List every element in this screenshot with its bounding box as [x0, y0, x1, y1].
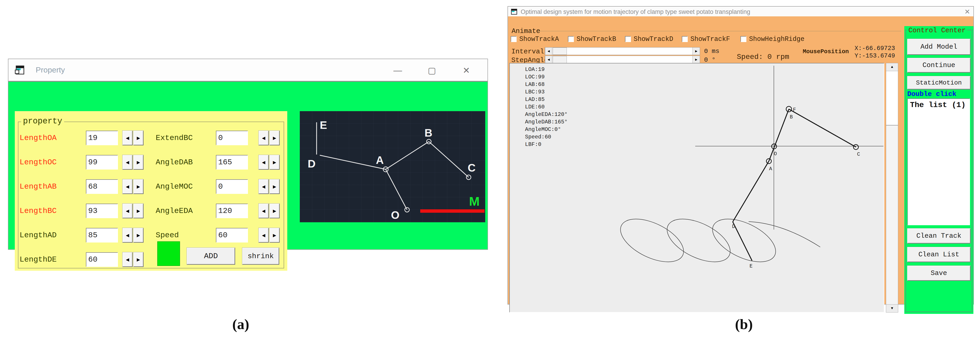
angledab-input[interactable]: 165	[216, 155, 248, 170]
lengthoc-input[interactable]: 99	[86, 155, 118, 170]
staticmotion-button[interactable]: StaticMotion	[907, 76, 970, 89]
minimize-icon: —	[393, 66, 402, 75]
spin-left-icon: ◀	[126, 159, 129, 166]
animate-group-title: Animate	[512, 27, 540, 35]
angledab-spin-down[interactable]: ◀	[259, 155, 269, 170]
diagram-label-o: O	[391, 209, 399, 221]
lengthad-spin-up[interactable]: ▶	[134, 228, 143, 243]
scroll-left-button[interactable]: ◀	[545, 48, 552, 55]
add-model-button[interactable]: Add Model	[907, 39, 970, 55]
checkbox-box[interactable]	[625, 36, 631, 42]
lengthde-spin-up[interactable]: ▶	[134, 252, 143, 267]
checkbox-box[interactable]	[682, 36, 688, 42]
minimize-button[interactable]: —	[388, 65, 408, 76]
anglemoc-input[interactable]: 0	[216, 180, 248, 194]
anglemoc-spin-up[interactable]: ▶	[270, 180, 280, 194]
lengthad-input[interactable]: 85	[86, 228, 118, 243]
diagram-label-d: D	[308, 158, 316, 170]
checkbox-box[interactable]	[740, 36, 746, 42]
continue-button[interactable]: Continue	[907, 58, 970, 73]
lengthoc-spin-down[interactable]: ◀	[123, 155, 132, 170]
interval-scrollbar[interactable]: ◀ ▶	[545, 47, 700, 55]
scroll-down-button[interactable]: ▼	[886, 304, 898, 312]
spin-right-icon: ▶	[137, 256, 140, 263]
add-button[interactable]: ADD	[187, 248, 235, 265]
angleeda-input[interactable]: 120	[216, 203, 248, 218]
link-ad	[733, 161, 769, 222]
close-button[interactable]: ✕	[957, 6, 977, 17]
spin-right-icon: ▶	[273, 183, 276, 190]
lengthde-spin-down[interactable]: ◀	[123, 252, 132, 267]
diagram-label-m: M	[469, 194, 480, 208]
clean-list-button[interactable]: Clean List	[907, 247, 970, 262]
scroll-right-icon: ▶	[695, 57, 697, 62]
canvas-vertical-scrollbar[interactable]: ▲ ▼	[886, 63, 898, 313]
spin-left-icon: ◀	[126, 183, 129, 190]
close-button[interactable]: ✕	[456, 65, 477, 76]
stepangle-scroll-thumb[interactable]	[553, 56, 567, 63]
spin-right-icon: ▶	[273, 208, 276, 214]
checkbox-label: ShowTrackB	[577, 36, 616, 43]
shrink-button[interactable]: shrink	[242, 248, 279, 265]
lengthoa-spin-down[interactable]: ◀	[123, 131, 132, 145]
point-label-d: D	[732, 224, 735, 230]
save-button[interactable]: Save	[907, 266, 970, 281]
maximize-button[interactable]: ▢	[422, 65, 442, 76]
scroll-thumb[interactable]	[886, 71, 898, 126]
lengthbc-spin-down[interactable]: ◀	[123, 203, 132, 218]
checkbox-box[interactable]	[511, 36, 517, 42]
spin-left-icon: ◀	[126, 135, 129, 141]
extendbc-spin-down[interactable]: ◀	[259, 131, 269, 145]
lengthbc-input[interactable]: 93	[86, 203, 118, 218]
field-label-lengthde: LengthDE	[19, 252, 57, 267]
spin-right-icon: ▶	[137, 208, 140, 214]
spin-right-icon: ▶	[273, 232, 276, 238]
checkbox-box[interactable]	[568, 36, 574, 42]
scroll-right-button[interactable]: ▶	[692, 56, 700, 63]
spin-left-icon: ◀	[262, 232, 265, 238]
link-ao	[386, 169, 407, 210]
stepangle-value: 0 °	[704, 56, 716, 64]
lengthab-input[interactable]: 68	[86, 180, 118, 194]
spin-right-icon: ▶	[273, 159, 276, 166]
spin-left-icon: ◀	[262, 183, 265, 190]
extendbc-spin-up[interactable]: ▶	[270, 131, 280, 145]
list-item[interactable]: The list (1)	[908, 99, 970, 111]
field-label-anglemoc: AngleMOC	[156, 180, 193, 194]
speed-spin-down[interactable]: ◀	[259, 228, 269, 243]
interval-scroll-thumb[interactable]	[553, 48, 567, 55]
speed-input[interactable]: 60	[216, 228, 248, 243]
scroll-right-button[interactable]: ▶	[692, 48, 700, 55]
lengthoa-input[interactable]: 19	[86, 131, 118, 145]
extendbc-input[interactable]: 0	[216, 131, 248, 145]
angledab-spin-up[interactable]: ▶	[270, 155, 280, 170]
simulation-svg: F B O A C D E	[510, 64, 884, 312]
speed-spin-up[interactable]: ▶	[270, 228, 280, 243]
lengthoa-spin-up[interactable]: ▶	[134, 131, 143, 145]
lengthab-spin-up[interactable]: ▶	[134, 180, 143, 194]
model-listbox[interactable]: The list (1)	[907, 99, 970, 225]
stepangle-scrollbar[interactable]: ◀ ▶	[545, 56, 700, 64]
point-label-b: B	[790, 114, 793, 120]
property-window-body: property LengthOA 19 ◀ ▶ LengthOC 99 ◀ ▶…	[8, 82, 487, 249]
angleeda-spin-up[interactable]: ▶	[270, 203, 280, 218]
close-icon: ✕	[964, 8, 970, 16]
link-bc	[789, 109, 856, 147]
clean-list-label: Clean List	[918, 251, 959, 258]
scroll-up-button[interactable]: ▲	[886, 63, 898, 71]
lengthab-spin-down[interactable]: ◀	[123, 180, 132, 194]
lengthde-input[interactable]: 60	[86, 252, 118, 267]
simulation-canvas[interactable]: LOA:19 LOC:99 LAB:68 LBC:93 LAD:85 LDE:6…	[509, 63, 884, 313]
spin-right-icon: ▶	[137, 183, 140, 190]
angleeda-spin-down[interactable]: ◀	[259, 203, 269, 218]
anglemoc-spin-down[interactable]: ◀	[259, 180, 269, 194]
lengthad-spin-down[interactable]: ◀	[123, 228, 132, 243]
field-label-speed: Speed	[156, 228, 179, 243]
scroll-left-button[interactable]: ◀	[545, 56, 552, 63]
clean-track-label: Clean Track	[916, 232, 961, 240]
lengthoc-spin-up[interactable]: ▶	[134, 155, 143, 170]
lengthbc-spin-up[interactable]: ▶	[134, 203, 143, 218]
clean-track-button[interactable]: Clean Track	[907, 229, 970, 243]
spin-left-icon: ◀	[126, 256, 129, 263]
color-swatch[interactable]	[157, 241, 180, 266]
